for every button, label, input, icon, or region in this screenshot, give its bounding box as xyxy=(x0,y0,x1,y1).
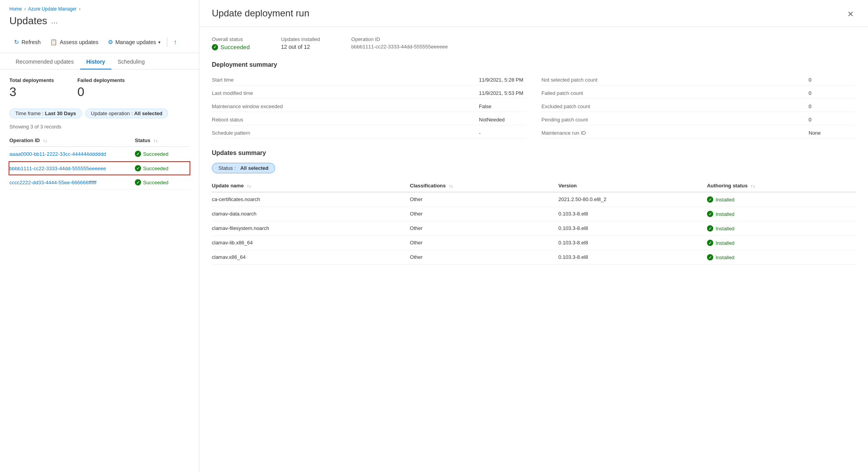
summary-row: Failed patch count 0 xyxy=(542,88,856,99)
assess-icon: 📋 xyxy=(50,39,57,46)
updates-table-row[interactable]: ca-certificates.noarch Other 2021.2.50-8… xyxy=(212,192,855,207)
row-operation-id: aaaa0000-bb11-2222-33cc-444444dddddd xyxy=(9,151,135,157)
operation-filter[interactable]: Update operation : All selected xyxy=(85,109,168,118)
status-filter-chip[interactable]: Status : All selected xyxy=(212,163,275,173)
summary-row: Start time 11/9/2021, 5:28 PM xyxy=(212,75,526,85)
installed-icon xyxy=(707,254,713,260)
toolbar-separator xyxy=(167,37,167,47)
operation-id-item: Operation ID bbbb1111-cc22-3333-44dd-555… xyxy=(351,36,448,50)
refresh-icon: ↻ xyxy=(14,39,19,46)
overall-status-item: Overall status Succeeded xyxy=(212,36,250,50)
col-header-status: Status ↑↓ xyxy=(135,137,190,143)
tab-recommended[interactable]: Recommended updates xyxy=(9,55,80,69)
manage-icon: ⚙ xyxy=(108,39,113,46)
col-header-version: Version xyxy=(558,183,707,189)
col-header-name: Update name ↑↓ xyxy=(212,183,410,189)
failed-deployments: Failed deployments 0 xyxy=(77,77,125,99)
installed-icon xyxy=(707,240,713,246)
summary-row: Last modified time 11/9/2021, 5:53 PM xyxy=(212,88,526,99)
updates-table-row[interactable]: clamav-filesystem.noarch Other 0.103.3-8… xyxy=(212,221,855,236)
table-row[interactable]: aaaa0000-bb11-2222-33cc-444444dddddd Suc… xyxy=(9,147,190,161)
panel-title: Update deployment run xyxy=(212,8,310,19)
deployment-summary-title: Deployment summary xyxy=(212,61,855,68)
sort-operation-icon[interactable]: ↑↓ xyxy=(43,138,47,143)
summary-row: Maintenance window exceeded False xyxy=(212,101,526,112)
col-header-operation: Operation ID ↑↓ xyxy=(9,137,135,143)
updates-section: Updates summary Status : All selected Up… xyxy=(212,150,855,265)
failed-label: Failed deployments xyxy=(77,77,125,83)
manage-chevron-icon: ▾ xyxy=(158,40,161,45)
overview-row: Overall status Succeeded Updates install… xyxy=(212,36,855,50)
updates-table-row[interactable]: clamav-data.noarch Other 0.103.3-8.el8 I… xyxy=(212,207,855,221)
breadcrumb-home[interactable]: Home xyxy=(9,6,22,12)
installed-icon xyxy=(707,196,713,203)
table-header: Operation ID ↑↓ Status ↑↓ xyxy=(9,134,190,147)
overall-status-label: Overall status xyxy=(212,36,250,42)
installed-icon xyxy=(707,211,713,217)
updates-installed-item: Updates installed 12 out of 12 xyxy=(281,36,320,50)
records-count: Showing 3 of 3 records xyxy=(9,124,190,130)
toolbar: ↻ Refresh 📋 Assess updates ⚙ Manage upda… xyxy=(0,33,199,53)
col-header-authoring: Authoring status ↑↓ xyxy=(707,183,855,189)
row-status: Succeeded xyxy=(135,151,190,157)
row-operation-id: cccc2222-dd33-4444-55ee-666666ffffff xyxy=(9,180,135,185)
refresh-label: Refresh xyxy=(21,39,41,45)
summary-row: Maintenance run ID None xyxy=(542,128,856,139)
filters-row: Time frame : Last 30 Days Update operati… xyxy=(9,109,190,118)
sort-class-icon[interactable]: ↑↓ xyxy=(449,183,453,188)
summary-row: Not selected patch count 0 xyxy=(542,75,856,85)
overall-success-icon xyxy=(212,44,218,50)
breadcrumb-manager[interactable]: Azure Update Manager xyxy=(28,6,77,12)
total-label: Total deployments xyxy=(9,77,54,83)
table-row[interactable]: cccc2222-dd33-4444-55ee-666666ffffff Suc… xyxy=(9,175,190,190)
updates-installed-label: Updates installed xyxy=(281,36,320,42)
success-icon xyxy=(135,165,141,171)
detail-panel: Update deployment run ✕ Overall status S… xyxy=(199,0,868,472)
panel-body: Overall status Succeeded Updates install… xyxy=(199,27,868,472)
installed-icon xyxy=(707,225,713,232)
page-title-area: Updates ... xyxy=(0,15,199,33)
updates-table-row[interactable]: clamav-lib.x86_64 Other 0.103.3-8.el8 In… xyxy=(212,236,855,250)
sort-authoring-icon[interactable]: ↑↓ xyxy=(751,183,755,188)
summary-row: Schedule pattern - xyxy=(212,128,526,139)
page-title: Updates xyxy=(9,15,47,27)
row-status: Succeeded xyxy=(135,165,190,171)
manage-label: Manage updates xyxy=(115,39,156,45)
success-icon xyxy=(135,151,141,157)
refresh-button[interactable]: ↻ Refresh xyxy=(9,36,45,48)
tab-scheduling[interactable]: Scheduling xyxy=(111,55,151,69)
manage-updates-button[interactable]: ⚙ Manage updates ▾ xyxy=(103,36,165,48)
upload-button[interactable]: ↑ xyxy=(169,36,181,48)
summary-grid: Start time 11/9/2021, 5:28 PM Not select… xyxy=(212,75,855,139)
sort-status-icon[interactable]: ↑↓ xyxy=(154,138,158,143)
operation-id-value: bbbb1111-cc22-3333-44dd-555555eeeeee xyxy=(351,44,448,50)
breadcrumb: Home › Azure Update Manager › xyxy=(0,0,199,15)
total-value: 3 xyxy=(9,85,54,99)
col-header-class: Classifications ↑↓ xyxy=(410,183,558,189)
sort-name-icon[interactable]: ↑↓ xyxy=(247,183,251,188)
assess-updates-button[interactable]: 📋 Assess updates xyxy=(45,36,103,48)
panel-header: Update deployment run ✕ xyxy=(199,0,868,27)
summary-row: Excluded patch count 0 xyxy=(542,101,856,112)
table-row[interactable]: bbbb1111-cc22-3333-44dd-555555eeeeee Suc… xyxy=(9,161,190,175)
updates-installed-value: 12 out of 12 xyxy=(281,44,320,50)
updates-summary-title: Updates summary xyxy=(212,150,855,157)
summary-row: Pending patch count 0 xyxy=(542,114,856,125)
overall-status-value: Succeeded xyxy=(212,44,250,50)
upload-icon: ↑ xyxy=(174,39,177,46)
updates-table-header: Update name ↑↓ Classifications ↑↓ Versio… xyxy=(212,180,855,192)
tab-bar: Recommended updates History Scheduling xyxy=(0,55,199,69)
left-panel: Home › Azure Update Manager › Updates ..… xyxy=(0,0,199,472)
row-operation-id: bbbb1111-cc22-3333-44dd-555555eeeeee xyxy=(9,166,135,171)
close-button[interactable]: ✕ xyxy=(846,8,855,20)
tab-history[interactable]: History xyxy=(80,55,111,69)
total-deployments: Total deployments 3 xyxy=(9,77,54,99)
assess-label: Assess updates xyxy=(60,39,98,45)
stats-row: Total deployments 3 Failed deployments 0 xyxy=(9,77,190,99)
failed-value: 0 xyxy=(77,85,125,99)
summary-row: Reboot status NotNeeded xyxy=(212,114,526,125)
row-status: Succeeded xyxy=(135,179,190,185)
updates-table-row[interactable]: clamav.x86_64 Other 0.103.3-8.el8 Instal… xyxy=(212,250,855,265)
page-options-button[interactable]: ... xyxy=(51,16,58,25)
timeframe-filter[interactable]: Time frame : Last 30 Days xyxy=(9,109,82,118)
